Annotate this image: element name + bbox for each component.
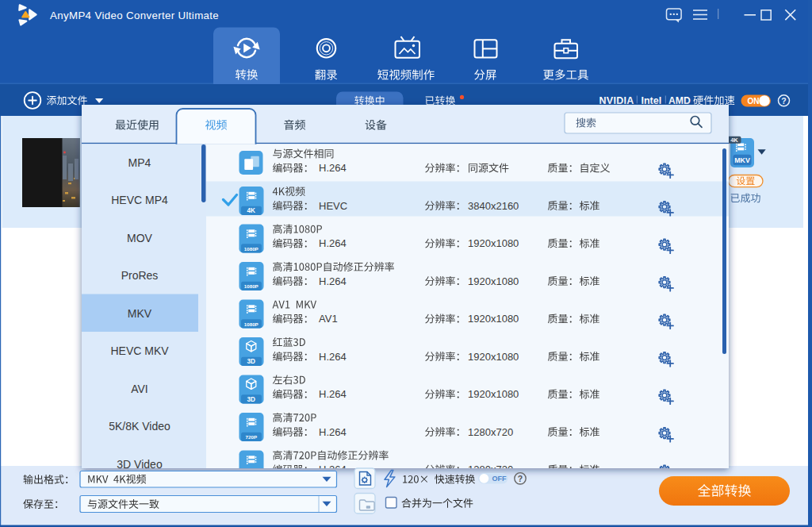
svg-text:AnyMP4 Video Converter Ultimat: AnyMP4 Video Converter Ultimate (50, 10, 219, 21)
svg-text:1920x1080: 1920x1080 (468, 275, 519, 287)
svg-text:3D: 3D (247, 396, 256, 403)
svg-text:1920x1080: 1920x1080 (468, 313, 519, 325)
svg-text:AVI: AVI (131, 383, 148, 395)
svg-text:3D: 3D (247, 358, 256, 365)
svg-text:4K: 4K (247, 207, 256, 214)
svg-text:5K/8K Video: 5K/8K Video (109, 420, 170, 433)
svg-text:1280x720: 1280x720 (468, 426, 513, 438)
svg-text:1920x1080: 1920x1080 (468, 237, 519, 249)
svg-text:HEVC MKV: HEVC MKV (110, 344, 169, 357)
svg-text:HEVC MP4: HEVC MP4 (111, 194, 168, 206)
svg-text:MKV: MKV (128, 307, 152, 320)
svg-text:ProRes: ProRes (121, 269, 159, 282)
svg-text:3840x2160: 3840x2160 (468, 200, 519, 212)
svg-text:1080P: 1080P (244, 246, 259, 252)
svg-text:MOV: MOV (127, 232, 153, 244)
svg-text:AV1: AV1 (319, 313, 338, 325)
svg-text:OFF: OFF (492, 475, 507, 483)
svg-text:1080P: 1080P (244, 321, 259, 327)
svg-text:?: ? (518, 474, 523, 483)
svg-text:1920x1080: 1920x1080 (468, 351, 519, 363)
svg-text:H.264: H.264 (319, 388, 347, 400)
svg-text:H.264: H.264 (319, 162, 347, 174)
svg-text:H.264: H.264 (319, 275, 347, 287)
svg-text:720P: 720P (246, 434, 257, 440)
svg-text:ON: ON (748, 97, 760, 106)
svg-text:HEVC: HEVC (319, 200, 347, 212)
svg-text:H.264: H.264 (319, 426, 347, 438)
svg-text:MKV: MKV (734, 156, 750, 164)
svg-text:H.264: H.264 (319, 351, 347, 363)
svg-text:4K: 4K (730, 137, 738, 144)
svg-text:1080P: 1080P (244, 283, 259, 289)
svg-text:H.264: H.264 (319, 237, 347, 249)
svg-text:?: ? (781, 96, 786, 106)
svg-text:NVIDIA: NVIDIA (599, 95, 634, 106)
svg-text:Intel: Intel (642, 95, 662, 106)
svg-text:MP4: MP4 (128, 156, 151, 169)
svg-text:AMD: AMD (668, 95, 691, 106)
svg-text:1920x1080: 1920x1080 (468, 388, 519, 400)
